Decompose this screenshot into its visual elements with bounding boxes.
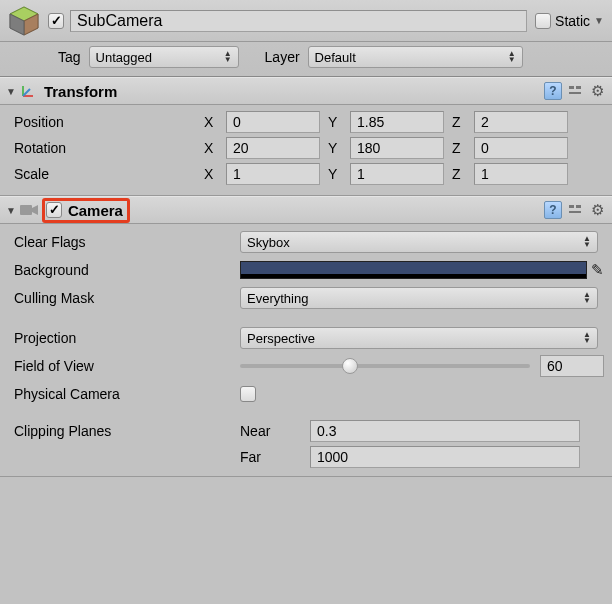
rotation-row: Rotation X Y Z <box>14 135 604 161</box>
fov-label: Field of View <box>14 358 240 374</box>
scale-x-input[interactable] <box>226 163 320 185</box>
position-row: Position X Y Z <box>14 109 604 135</box>
projection-label: Projection <box>14 330 240 346</box>
transform-title: Transform <box>44 83 117 100</box>
svg-rect-7 <box>569 205 574 208</box>
layer-value: Default <box>315 50 356 65</box>
near-label: Near <box>240 423 310 439</box>
far-label: Far <box>240 449 310 465</box>
background-color-swatch[interactable] <box>240 261 587 279</box>
transform-icon <box>20 83 36 99</box>
physical-label: Physical Camera <box>14 386 240 402</box>
svg-rect-9 <box>569 211 581 213</box>
svg-rect-5 <box>569 92 581 94</box>
position-y-input[interactable] <box>350 111 444 133</box>
static-checkbox[interactable] <box>535 13 551 29</box>
dropdown-arrows-icon: ▲▼ <box>583 236 591 248</box>
dropdown-arrows-icon: ▲▼ <box>508 51 516 63</box>
x-label: X <box>204 140 226 156</box>
static-dropdown-arrow[interactable]: ▼ <box>594 15 604 26</box>
scale-label: Scale <box>14 166 204 182</box>
clear-flags-label: Clear Flags <box>14 234 240 250</box>
clear-flags-value: Skybox <box>247 235 290 250</box>
rotation-x-input[interactable] <box>226 137 320 159</box>
z-label: Z <box>452 114 474 130</box>
clear-flags-row: Clear Flags Skybox ▲▼ <box>14 228 604 256</box>
rotation-y-input[interactable] <box>350 137 444 159</box>
help-icon[interactable]: ? <box>544 82 562 100</box>
foldout-arrow[interactable]: ▼ <box>6 86 16 97</box>
y-label: Y <box>328 114 350 130</box>
x-label: X <box>204 114 226 130</box>
culling-value: Everything <box>247 291 308 306</box>
camera-enabled-checkbox[interactable] <box>46 202 62 218</box>
presets-icon[interactable] <box>566 82 584 100</box>
physical-row: Physical Camera <box>14 380 604 408</box>
dropdown-arrows-icon: ▲▼ <box>224 51 232 63</box>
tag-dropdown[interactable]: Untagged ▲▼ <box>89 46 239 68</box>
object-name-input[interactable] <box>70 10 527 32</box>
y-label: Y <box>328 166 350 182</box>
scale-y-input[interactable] <box>350 163 444 185</box>
transform-header: ▼ Transform ? ⚙︎ <box>0 77 612 105</box>
static-label: Static <box>555 13 590 29</box>
dropdown-arrows-icon: ▲▼ <box>583 292 591 304</box>
culling-row: Culling Mask Everything ▲▼ <box>14 284 604 312</box>
object-cube-icon <box>8 5 40 37</box>
dropdown-arrows-icon: ▲▼ <box>583 332 591 344</box>
svg-rect-8 <box>576 205 581 208</box>
camera-header: ▼ Camera ? ⚙︎ <box>0 196 612 224</box>
fov-row: Field of View <box>14 352 604 380</box>
projection-dropdown[interactable]: Perspective ▲▼ <box>240 327 598 349</box>
tag-layer-row: Tag Untagged ▲▼ Layer Default ▲▼ <box>0 42 612 77</box>
camera-highlight: Camera <box>42 198 130 223</box>
layer-dropdown[interactable]: Default ▲▼ <box>308 46 523 68</box>
clear-flags-dropdown[interactable]: Skybox ▲▼ <box>240 231 598 253</box>
position-x-input[interactable] <box>226 111 320 133</box>
presets-icon[interactable] <box>566 201 584 219</box>
clipping-label: Clipping Planes <box>14 423 240 439</box>
scale-row: Scale X Y Z <box>14 161 604 187</box>
camera-icon <box>20 204 39 216</box>
svg-rect-6 <box>20 205 32 215</box>
x-label: X <box>204 166 226 182</box>
background-row: Background ✎ <box>14 256 604 284</box>
camera-title: Camera <box>68 202 123 219</box>
foldout-arrow[interactable]: ▼ <box>6 205 16 216</box>
transform-body: Position X Y Z Rotation X Y Z Scale X Y … <box>0 105 612 196</box>
fov-value-input[interactable] <box>540 355 604 377</box>
z-label: Z <box>452 166 474 182</box>
position-label: Position <box>14 114 204 130</box>
far-input[interactable] <box>310 446 580 468</box>
svg-rect-4 <box>576 86 581 89</box>
camera-body: Clear Flags Skybox ▲▼ Background ✎ Culli… <box>0 224 612 477</box>
y-label: Y <box>328 140 350 156</box>
rotation-label: Rotation <box>14 140 204 156</box>
rotation-z-input[interactable] <box>474 137 568 159</box>
culling-dropdown[interactable]: Everything ▲▼ <box>240 287 598 309</box>
svg-rect-3 <box>569 86 574 89</box>
position-z-input[interactable] <box>474 111 568 133</box>
projection-row: Projection Perspective ▲▼ <box>14 324 604 352</box>
tag-value: Untagged <box>96 50 152 65</box>
gear-icon[interactable]: ⚙︎ <box>588 201 606 219</box>
eyedropper-icon[interactable]: ✎ <box>591 261 604 279</box>
help-icon[interactable]: ? <box>544 201 562 219</box>
scale-z-input[interactable] <box>474 163 568 185</box>
tag-label: Tag <box>58 49 81 65</box>
svg-line-2 <box>23 89 30 96</box>
projection-value: Perspective <box>247 331 315 346</box>
active-checkbox[interactable] <box>48 13 64 29</box>
physical-checkbox[interactable] <box>240 386 256 402</box>
gear-icon[interactable]: ⚙︎ <box>588 82 606 100</box>
z-label: Z <box>452 140 474 156</box>
background-label: Background <box>14 262 240 278</box>
fov-slider[interactable] <box>240 364 530 368</box>
inspector-header: Static ▼ <box>0 0 612 42</box>
culling-label: Culling Mask <box>14 290 240 306</box>
layer-label: Layer <box>265 49 300 65</box>
slider-knob[interactable] <box>342 358 358 374</box>
clipping-planes: Clipping Planes Near Far <box>14 420 604 468</box>
near-input[interactable] <box>310 420 580 442</box>
